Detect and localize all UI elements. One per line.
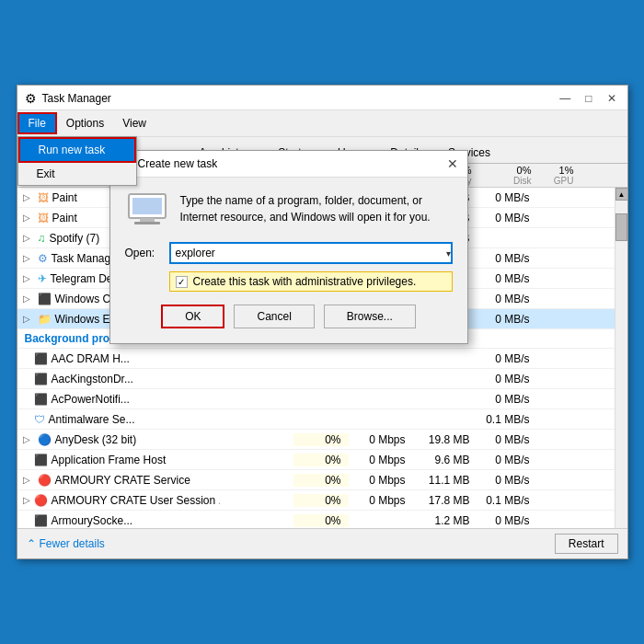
list-item[interactable]: ⬛AacKingstonDr... 0 MB/s — [17, 369, 627, 389]
minimize-button[interactable]: — — [556, 92, 574, 105]
maximize-button[interactable]: □ — [581, 92, 595, 105]
scrollbar[interactable]: ▲ — [615, 188, 627, 528]
window-icon: ⚙ — [25, 91, 37, 106]
title-bar: ⚙ Task Manager — □ ✕ — [17, 86, 627, 110]
dialog-buttons: OK Cancel Browse... — [125, 305, 453, 328]
expand-icon[interactable]: ▷ — [23, 273, 34, 283]
dialog-checkbox-row: ✓ Create this task with administrative p… — [169, 271, 453, 292]
window-title: Task Manager — [42, 92, 111, 105]
dialog-ok-button[interactable]: OK — [161, 305, 224, 328]
dialog-open-input[interactable] — [169, 242, 453, 264]
proc-icon: 🖼 — [38, 212, 49, 224]
list-item[interactable]: ▷🔴ARMOURY CRATE Service 0% 0 Mbps 11.1 M… — [17, 470, 627, 490]
list-item[interactable]: ⬛Application Frame Host 0% 0 Mbps 9.6 MB… — [17, 450, 627, 470]
admin-privileges-label: Create this task with administrative pri… — [193, 275, 417, 288]
file-menu-dropdown: Run new task Exit — [17, 136, 137, 186]
create-new-task-dialog: 🖥 Create new task ✕ Type the name of a p… — [109, 150, 468, 344]
expand-icon[interactable]: ▷ — [23, 213, 34, 223]
expand-icon[interactable]: ▷ — [23, 434, 34, 444]
expand-icon[interactable]: ▷ — [23, 192, 34, 202]
proc-icon: ⬛ — [34, 352, 48, 365]
expand-icon[interactable]: ▷ — [23, 495, 30, 505]
close-button[interactable]: ✕ — [604, 92, 620, 105]
svg-rect-1 — [132, 198, 162, 214]
fewer-details-button[interactable]: ⌃ Fewer details — [27, 537, 105, 550]
list-item[interactable]: ⬛AAC DRAM H... 0 MB/s — [17, 349, 627, 369]
chevron-up-icon: ⌃ — [27, 537, 36, 550]
dialog-open-row: Open: ▾ — [125, 242, 453, 264]
proc-icon: ⚙ — [38, 252, 48, 265]
dialog-title-bar: 🖥 Create new task ✕ — [110, 151, 467, 178]
dialog-close-button[interactable]: ✕ — [447, 156, 458, 171]
dialog-browse-button[interactable]: Browse... — [324, 305, 416, 328]
menu-options[interactable]: Options — [57, 114, 113, 132]
window-controls: — □ ✕ — [556, 92, 619, 105]
proc-icon: ⬛ — [34, 454, 48, 466]
list-item[interactable]: ⬛ArmourySocke... 0% 1.2 MB 0 MB/s — [17, 511, 627, 528]
list-item[interactable]: 🛡Antimalware Se... 0.1 MB/s — [17, 409, 627, 430]
svg-rect-3 — [134, 222, 160, 224]
proc-icon: 📁 — [38, 313, 52, 326]
expand-icon[interactable]: ▷ — [23, 253, 34, 263]
menu-file[interactable]: File — [17, 112, 57, 134]
proc-icon: 🖼 — [38, 191, 49, 204]
proc-icon: 🛡 — [34, 413, 45, 426]
scroll-up-arrow[interactable]: ▲ — [615, 188, 627, 201]
dialog-description: Type the name of a program, folder, docu… — [180, 192, 453, 225]
bottom-bar: ⌃ Fewer details Restart — [17, 528, 627, 558]
dialog-input-wrapper: ▾ — [169, 242, 453, 264]
scrollbar-thumb[interactable] — [615, 213, 627, 241]
dialog-top-section: Type the name of a program, folder, docu… — [125, 192, 453, 229]
dialog-open-label: Open: — [125, 247, 162, 259]
proc-icon: ⬛ — [34, 514, 48, 527]
dialog-body: Type the name of a program, folder, docu… — [110, 178, 467, 343]
menu-run-new-task[interactable]: Run new task — [18, 137, 136, 163]
proc-icon: ⬛ — [34, 373, 48, 385]
proc-icon: ♫ — [38, 232, 46, 245]
proc-icon: 🔴 — [34, 494, 48, 507]
proc-icon: ⬛ — [38, 293, 52, 305]
col-header-gpu[interactable]: 1% GPU — [537, 165, 574, 186]
col-header-disk[interactable]: 0% Disk — [477, 165, 537, 186]
dialog-dropdown-arrow-icon[interactable]: ▾ — [446, 248, 451, 259]
list-item[interactable]: ▷🔴ARMOURY CRATE User Session ... 0% 0 Mb… — [17, 490, 627, 511]
admin-privileges-checkbox[interactable]: ✓ — [176, 276, 188, 288]
expand-icon[interactable]: ▷ — [23, 293, 34, 304]
armoury-crate-service-label: ARMOURY CRATE Service — [55, 474, 190, 487]
expand-icon[interactable]: ▷ — [23, 475, 34, 485]
expand-icon[interactable]: ▷ — [23, 233, 34, 243]
proc-icon: 🔵 — [38, 433, 52, 446]
expand-icon[interactable]: ▷ — [23, 314, 34, 324]
svg-rect-2 — [140, 218, 155, 222]
menu-view[interactable]: View — [113, 114, 155, 132]
dialog-cancel-button[interactable]: Cancel — [234, 305, 314, 328]
menu-bar: File Options View Run new task Exit — [17, 110, 627, 137]
proc-icon: ⬛ — [34, 393, 48, 406]
menu-exit[interactable]: Exit — [18, 163, 136, 185]
proc-icon: 🔴 — [38, 474, 52, 487]
list-item[interactable]: ▷🔵AnyDesk (32 bit) 0% 0 Mbps 19.8 MB 0 M… — [17, 430, 627, 450]
proc-icon: ✈ — [38, 272, 47, 285]
computer-icon — [125, 192, 169, 229]
restart-button[interactable]: Restart — [555, 534, 618, 554]
list-item[interactable]: ⬛AcPowerNotifi... 0 MB/s — [17, 389, 627, 409]
dialog-title-text: Create new task — [138, 157, 218, 170]
